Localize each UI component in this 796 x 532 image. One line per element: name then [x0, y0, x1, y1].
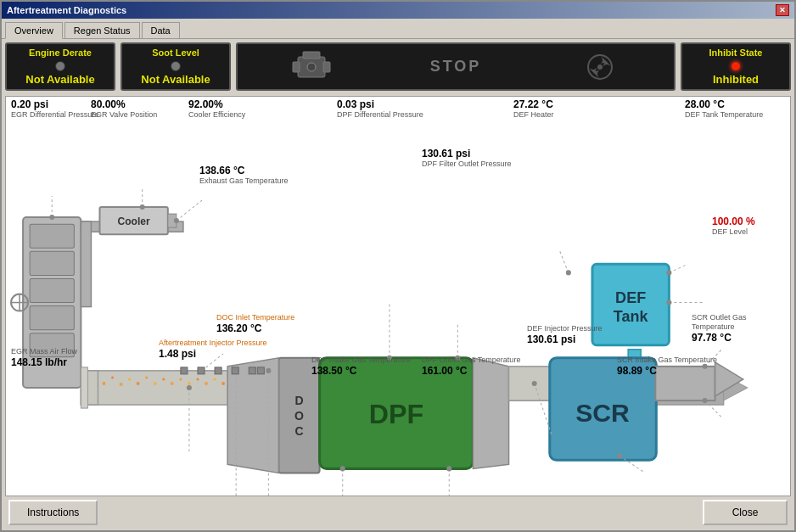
def-injector-pressure-label: DEF Injector Pressure 130.61 psi	[527, 324, 603, 345]
engine-icon-area	[290, 50, 333, 84]
exhaust-fan-icon-area	[579, 50, 621, 84]
scr-outlet-gas-temp-value: 97.78 °C	[692, 332, 790, 344]
scr-intake-gas-temp-desc: SCR Intake Gas Temperature	[617, 356, 717, 365]
svg-point-92	[145, 376, 148, 378]
def-level-desc: DEF Level	[712, 227, 755, 237]
svg-point-91	[137, 382, 140, 385]
dpf-diff-pressure-label: 0.03 psi DPF Differential Pressure	[337, 98, 423, 120]
svg-point-49	[174, 218, 179, 223]
dpf-outlet-gas-temp-desc: DPF Outlet Gas Temperature	[422, 356, 520, 365]
dpf-filter-outlet-desc: DPF Filter Outlet Pressure	[422, 160, 512, 169]
title-bar: Aftertreatment Diagnostics ✕	[2, 2, 794, 19]
egr-mass-airflow-value: 148.15 lb/hr	[11, 356, 77, 368]
diagram-area: Cooler D O C DPF	[5, 96, 791, 496]
svg-line-56	[560, 251, 569, 272]
scr-outlet-gas-temp-desc: SCR Outlet Gas Temperature	[692, 313, 790, 332]
svg-point-59	[666, 270, 671, 275]
dpf-intake-gas-temp-label: DPF Intake Gas Temperature 138.50 °C	[311, 356, 411, 377]
svg-text:DEF: DEF	[615, 289, 646, 306]
soot-level-box: Soot Level Not Available	[121, 42, 231, 91]
soot-level-dot	[171, 61, 181, 71]
scr-intake-gas-temp-value: 98.89 °C	[617, 365, 717, 377]
egr-diff-pressure-desc: EGR Differential Pressure	[11, 110, 98, 120]
svg-rect-16	[30, 278, 74, 302]
dpf-diff-pressure-desc: DPF Differential Pressure	[337, 110, 423, 120]
status-bar: Engine Derate Not Available Soot Level N…	[5, 42, 791, 91]
cooler-efficiency-value: 92.00%	[188, 98, 245, 110]
tab-overview[interactable]: Overview	[5, 22, 63, 39]
svg-rect-15	[30, 251, 74, 275]
def-injector-pressure-desc: DEF Injector Pressure	[527, 324, 603, 333]
egr-mass-airflow-label: EGR Mass Air Flow 148.15 lb/hr	[11, 347, 77, 368]
window-close-button[interactable]: ✕	[776, 4, 789, 16]
def-injector-pressure-value: 130.61 psi	[527, 333, 603, 345]
cooler-efficiency-desc: Cooler Efficiency	[188, 110, 245, 120]
svg-point-47	[140, 204, 145, 210]
svg-point-73	[532, 381, 537, 386]
svg-point-71	[446, 466, 451, 471]
scr-intake-gas-temp-label: SCR Intake Gas Temperature 98.89 °C	[617, 356, 717, 377]
tab-data[interactable]: Data	[142, 22, 180, 38]
def-tank-temp-value: 28.00 °C	[685, 98, 763, 110]
def-heater-label: 27.22 °C DEF Heater	[513, 98, 554, 120]
svg-point-4	[307, 63, 316, 71]
dpf-intake-gas-temp-desc: DPF Intake Gas Temperature	[311, 356, 411, 365]
engine-derate-value: Not Available	[25, 73, 94, 86]
inhibit-state-value: Inhibited	[713, 73, 759, 86]
dpf-filter-outlet-value: 130.61 psi	[422, 148, 512, 160]
main-window: Aftertreatment Diagnostics ✕ Overview Re…	[0, 0, 796, 532]
main-content: Engine Derate Not Available Soot Level N…	[2, 39, 794, 530]
svg-point-69	[340, 466, 345, 471]
svg-marker-32	[227, 358, 278, 473]
tab-regen-status[interactable]: Regen Status	[64, 22, 140, 38]
svg-point-90	[128, 378, 131, 380]
svg-text:DPF: DPF	[369, 399, 423, 429]
svg-point-88	[111, 376, 114, 378]
svg-text:O: O	[294, 409, 304, 423]
close-button[interactable]: Close	[703, 500, 788, 525]
doc-inlet-temp-value: 136.20 °C	[216, 322, 294, 334]
dpf-outlet-gas-temp-value: 161.00 °C	[422, 365, 520, 377]
svg-rect-82	[198, 367, 205, 374]
bottom-bar: Instructions Close	[5, 496, 791, 527]
svg-rect-81	[181, 367, 188, 374]
doc-inlet-temp-label: DOC Inlet Temperature 136.20 °C	[216, 313, 294, 334]
inhibit-state-dot	[731, 61, 741, 71]
engine-derate-box: Engine Derate Not Available	[5, 42, 115, 91]
stop-display: STOP	[430, 58, 482, 76]
engine-derate-title: Engine Derate	[29, 48, 92, 58]
svg-point-45	[49, 215, 54, 220]
svg-rect-84	[232, 367, 238, 374]
inhibit-state-title: Inhibit State	[709, 48, 763, 58]
cooler-efficiency-label: 92.00% Cooler Efficiency	[188, 98, 245, 120]
svg-point-97	[188, 382, 191, 385]
egr-valve-position-label: 80.00% EGR Valve Position	[91, 98, 157, 120]
dpf-outlet-gas-temp-label: DPF Outlet Gas Temperature 161.00 °C	[422, 356, 520, 377]
svg-text:D: D	[294, 394, 303, 407]
instructions-button[interactable]: Instructions	[8, 500, 98, 525]
egr-diff-pressure-value: 0.20 psi	[11, 98, 98, 110]
svg-point-98	[196, 378, 199, 380]
def-heater-desc: DEF Heater	[513, 110, 554, 120]
def-level-value: 100.00 %	[712, 216, 755, 227]
system-diagram-svg: Cooler D O C DPF	[6, 97, 790, 496]
dpf-filter-outlet-label: 130.61 psi DPF Filter Outlet Pressure	[422, 148, 512, 169]
svg-rect-23	[81, 221, 91, 306]
svg-rect-14	[30, 224, 74, 248]
svg-rect-80	[81, 367, 87, 408]
svg-point-94	[162, 378, 165, 380]
svg-point-57	[566, 270, 571, 275]
def-heater-value: 27.22 °C	[513, 98, 554, 110]
svg-rect-3	[303, 52, 320, 59]
svg-rect-83	[215, 367, 221, 374]
svg-point-99	[205, 382, 208, 385]
engine-icon	[291, 50, 332, 84]
atx-injector-pressure-value: 1.48 psi	[159, 348, 267, 360]
svg-text:Tank: Tank	[614, 308, 649, 325]
exhaust-gas-temp-value: 138.66 °C	[199, 165, 288, 176]
egr-diff-pressure-label: 0.20 psi EGR Differential Pressure	[11, 98, 98, 120]
soot-level-value: Not Available	[141, 73, 210, 86]
svg-point-101	[221, 382, 225, 385]
center-status-area: STOP	[236, 42, 675, 91]
svg-point-96	[179, 378, 182, 380]
